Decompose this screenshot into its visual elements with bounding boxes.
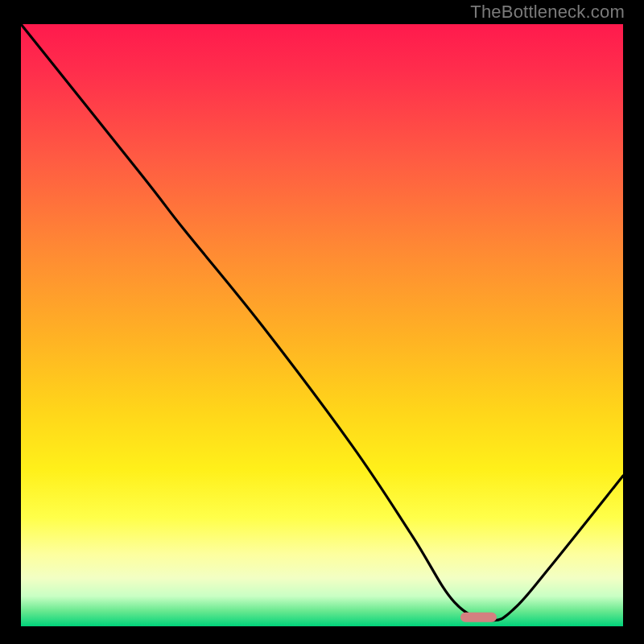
curve-layer — [21, 24, 623, 626]
plot-area — [21, 24, 623, 626]
optimal-marker — [460, 613, 497, 622]
bottleneck-curve — [21, 24, 623, 621]
attribution-text: TheBottleneck.com — [470, 2, 625, 23]
chart-frame: TheBottleneck.com — [0, 0, 644, 644]
